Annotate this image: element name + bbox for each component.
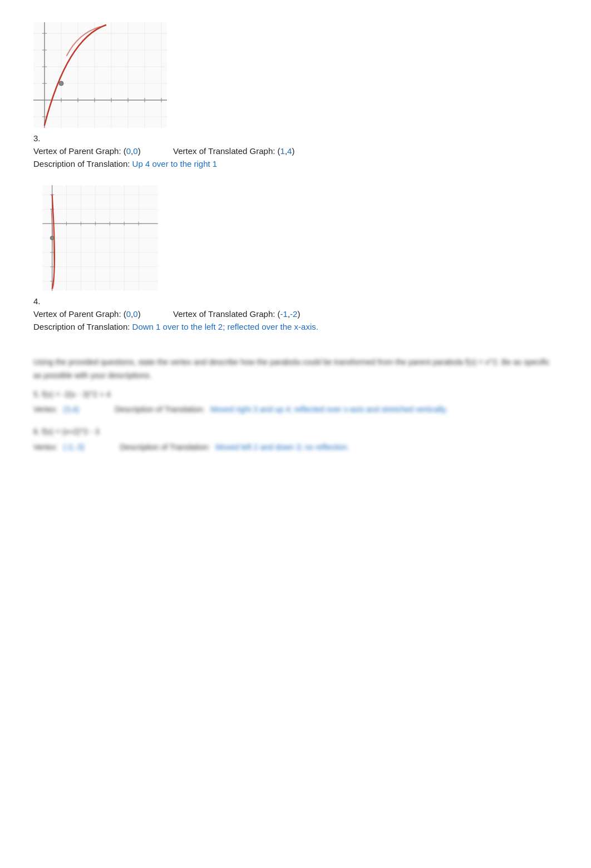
svg-rect-0 — [33, 22, 167, 128]
svg-point-29 — [59, 81, 63, 86]
section-4-number: 4. — [33, 296, 558, 306]
vertex-row-4: Vertex of Parent Graph: (0,0) Vertex of … — [33, 309, 558, 319]
blurred-item-5: 5. f(x) = -2(x - 3)^2 + 4 Vertex: (3,4) … — [33, 388, 558, 417]
desc-row-4: Description of Translation: Down 1 over … — [33, 322, 558, 331]
blurred-item-6: 6. f(x) = (x+2)^2 - 3 Vertex: (-2,-3) De… — [33, 425, 558, 454]
graph-4 — [33, 185, 167, 291]
graph-3 — [33, 22, 167, 128]
desc-row-3: Description of Translation: Up 4 over to… — [33, 159, 558, 168]
blurred-instructions: Using the provided questions, state the … — [33, 356, 558, 454]
section-4: 4. Vertex of Parent Graph: (0,0) Vertex … — [33, 185, 558, 331]
blurred-section: Using the provided questions, state the … — [33, 348, 558, 462]
section-3: 3. Vertex of Parent Graph: (0,0) Vertex … — [33, 22, 558, 168]
vertex-row-3: Vertex of Parent Graph: (0,0) Vertex of … — [33, 146, 558, 156]
section-3-number: 3. — [33, 133, 558, 143]
svg-point-59 — [50, 236, 54, 240]
